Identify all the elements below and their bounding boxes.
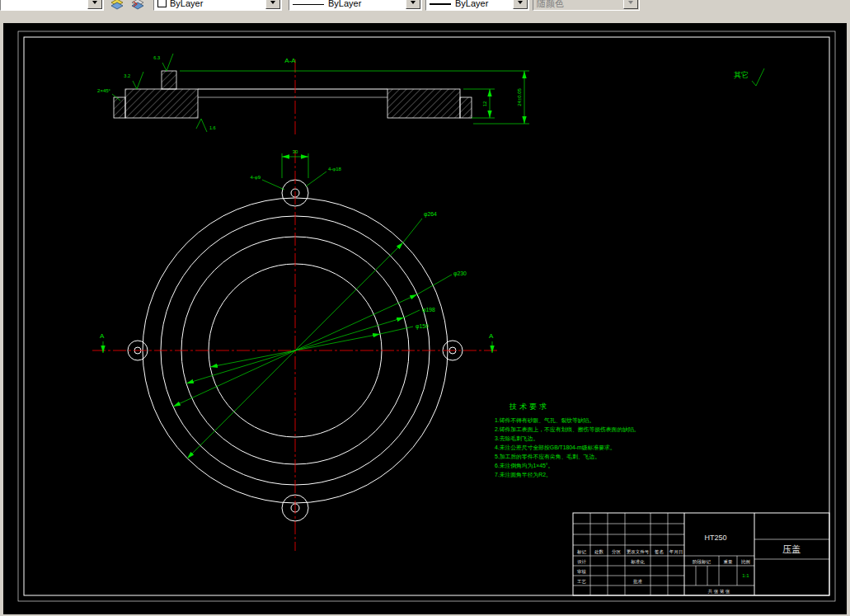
roughness-mark-3: 1.6 [196,119,216,132]
tech-item: 2.铸件加工表面上，不应有划痕、擦伤等损伤表面的缺陷。 [495,426,640,433]
tb-header: 更改文件号 [627,549,650,554]
svg-text:φ230: φ230 [453,270,467,277]
svg-text:4-φ18: 4-φ18 [328,167,342,172]
color-combo[interactable]: ByLayer [153,0,282,11]
tech-item: 6.未注倒角均为1×45°。 [495,463,553,469]
tb-material: HT250 [704,534,726,542]
section-marker-left: A [100,332,105,353]
tb-approve-label: 批准 [633,579,643,585]
chevron-down-icon[interactable] [513,0,528,9]
tb-process-label: 工艺 [577,579,587,584]
svg-text:φ150: φ150 [416,323,429,330]
roughness-mark-1: 3.2 [124,72,143,89]
ear-hole-callout-right: 4-φ18 [306,167,342,186]
tech-item: 4.未注公差尺寸全部按GB/T1804-m级标准要求。 [495,444,616,451]
tb-header: 年月日 [669,549,683,555]
lineweight-combo[interactable]: ByLayer [425,0,529,11]
layers-icon [110,0,124,11]
roughness-check-icon [752,68,764,86]
drawing-canvas[interactable]: A-A 2×45° 3.2 6.3 1.6 12 24±0. [3,23,847,614]
svg-text:3.2: 3.2 [124,73,130,78]
svg-text:12: 12 [482,101,487,106]
other-surfaces-label: 其它 [734,71,749,79]
tech-requirements-title: 技术要求 [509,402,549,411]
color-swatch [157,0,167,7]
tech-item: 1.铸件不得有砂眼、气孔、裂纹等缺陷。 [495,417,594,424]
chevron-down-icon [623,0,638,9]
diameter-dim-150: φ150 [210,323,429,367]
tb-header: 处数 [594,549,604,555]
section-right-step [460,97,472,118]
chevron-down-icon[interactable] [87,0,102,9]
tb-audit-label: 审核 [577,569,587,574]
linetype-combo-value: ByLayer [328,0,361,8]
tb-sheet-label: 共 张 第 张 [707,589,730,595]
svg-text:1.6: 1.6 [209,125,216,130]
tb-scale-value: 1:1 [742,573,749,578]
section-view: A-A 2×45° 3.2 6.3 1.6 12 24±0. [97,54,529,135]
tb-header: 分区 [612,549,622,554]
lineweight-sample [430,3,451,5]
tb-standard-label: 标准化 [630,559,645,565]
layer-properties-button[interactable] [107,0,126,12]
svg-text:4-φ9: 4-φ9 [250,175,261,180]
ear-hole-callout-left: 4-φ9 [250,175,284,190]
section-lug [162,71,176,89]
svg-text:φ198: φ198 [422,307,435,313]
chevron-down-icon[interactable] [406,0,420,9]
tb-part-name: 压盖 [782,544,801,554]
chamfer-dim: 2×45° [97,88,111,93]
tech-item: 3.去除毛刺飞边。 [495,435,538,442]
tb-design-label: 设计 [577,559,587,564]
tech-item: 7.未注圆角半径为R2。 [495,472,552,478]
tech-item: 5.加工后的零件不应有尖角、毛刺、飞边。 [495,454,600,460]
plotstyle-combo-value: 随颜色 [537,0,564,8]
surface-finish-note: 其它 [734,68,764,86]
diameter-dim-198: φ198 [186,307,435,383]
linetype-sample [293,4,324,5]
tb-scale-label: 比例 [741,559,750,565]
layer-previous-button[interactable] [128,0,147,12]
section-left-step [114,97,125,118]
tech-requirements: 技术要求 1.铸件不得有砂眼、气孔、裂纹等缺陷。 2.铸件加工表面上，不应有划痕… [495,402,640,478]
layer-combo[interactable] [0,0,104,11]
tb-stage-label: 阶段标记 [693,559,711,565]
svg-text:φ264: φ264 [424,211,437,218]
svg-text:6.3: 6.3 [153,55,160,60]
chevron-down-icon[interactable] [265,0,280,9]
front-view: 30 4-φ9 4-φ18 φ264 φ230 φ198 [92,149,498,551]
svg-text:24±0.05: 24±0.05 [517,88,522,106]
layer-previous-icon [130,0,145,11]
section-right-flange [387,89,460,118]
tb-weight-label: 重量 [724,559,734,564]
title-block: 标记 处数 分区 更改文件号 签名 年月日 设计 标准化 审核 工艺 批准 阶段… [573,513,829,595]
linetype-combo[interactable]: ByLayer [289,0,422,11]
section-marker-right: A [489,332,494,353]
section-left-flange [125,89,198,118]
svg-text:30: 30 [293,149,298,154]
object-properties-toolbar: ByLayer ByLayer ByLayer 随颜色 [0,0,850,23]
lineweight-combo-value: ByLayer [455,0,488,8]
section-label: A-A [284,57,296,64]
tb-header: 签名 [655,549,664,555]
tb-header: 标记 [576,549,587,555]
svg-text:A: A [100,332,105,340]
plotstyle-combo: 随颜色 [533,0,640,11]
svg-text:A: A [489,332,494,340]
roughness-mark-2: 6.3 [153,54,173,71]
color-combo-value: ByLayer [170,0,203,8]
diameter-dim-264: φ264 [187,211,437,458]
diameter-dim-230: φ230 [173,270,467,407]
